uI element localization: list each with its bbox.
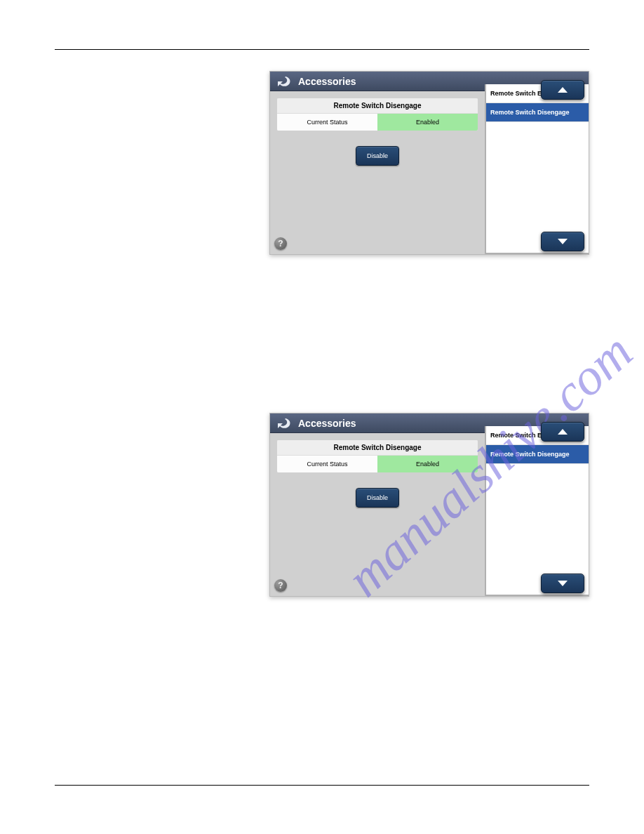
scroll-down-button[interactable]	[541, 574, 584, 593]
side-list: Remote Switch Engage Remote Switch Disen…	[485, 426, 589, 596]
scroll-up-button[interactable]	[541, 422, 584, 442]
main-area: Remote Switch Disengage Current Status E…	[270, 433, 485, 596]
status-card-title: Remote Switch Disengage	[277, 440, 478, 456]
side-item-disengage[interactable]: Remote Switch Disengage	[486, 445, 589, 464]
status-label: Current Status	[277, 456, 377, 472]
main-area: Remote Switch Disengage Current Status E…	[270, 91, 485, 254]
help-icon[interactable]: ?	[274, 579, 287, 592]
accessories-panel-1: Accessories Remote Switch Disengage Curr…	[269, 71, 589, 255]
status-card: Remote Switch Disengage Current Status E…	[277, 440, 478, 472]
chevron-down-icon	[556, 579, 569, 588]
disable-button[interactable]: Disable	[356, 146, 399, 166]
bottom-rule	[55, 785, 589, 786]
chevron-up-icon	[556, 86, 569, 94]
status-label: Current Status	[277, 114, 377, 131]
side-item-disengage[interactable]: Remote Switch Disengage	[486, 103, 589, 122]
status-value: Enabled	[377, 114, 478, 131]
status-row: Current Status Enabled	[277, 114, 478, 131]
status-row: Current Status Enabled	[277, 456, 478, 472]
status-card-title: Remote Switch Disengage	[277, 98, 478, 114]
chevron-up-icon	[556, 428, 569, 436]
panel-title: Accessories	[298, 76, 356, 87]
panel-body: Remote Switch Disengage Current Status E…	[270, 433, 589, 596]
scroll-up-button[interactable]	[541, 80, 584, 100]
panel-body: Remote Switch Disengage Current Status E…	[270, 91, 589, 254]
scroll-down-button[interactable]	[541, 232, 584, 251]
help-icon[interactable]: ?	[274, 237, 287, 250]
disable-button[interactable]: Disable	[356, 488, 399, 508]
back-arrow-icon[interactable]	[276, 74, 293, 88]
back-arrow-icon[interactable]	[276, 416, 293, 430]
status-card: Remote Switch Disengage Current Status E…	[277, 98, 478, 131]
panel-title: Accessories	[298, 418, 356, 429]
status-value: Enabled	[377, 456, 478, 472]
accessories-panel-2: Accessories Remote Switch Disengage Curr…	[269, 413, 589, 597]
chevron-down-icon	[556, 237, 569, 246]
side-list: Remote Switch Engage Remote Switch Disen…	[485, 84, 589, 254]
top-rule	[55, 49, 589, 50]
